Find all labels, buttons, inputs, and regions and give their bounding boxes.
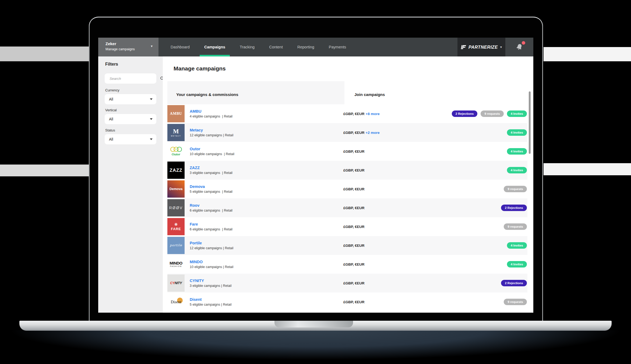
background-bar-right-bottom [544, 163, 631, 175]
filters-sidebar: Filters CurrencyAllVerticalAllStatusAll [98, 56, 163, 313]
vertical-select[interactable]: All [105, 114, 156, 124]
logo-text: FARE [171, 227, 181, 231]
campaign-text: Roov6 eligible campaigns | Retail [190, 203, 232, 212]
currency-select[interactable]: All [105, 94, 156, 104]
campaign-name-link[interactable]: MINDO [190, 260, 233, 264]
campaign-name-link[interactable]: Outor [190, 147, 234, 151]
rejections-badge[interactable]: 2 Rejections [501, 280, 527, 286]
campaign-currencies: £GBP, €EUR+8 more [343, 112, 380, 116]
campaign-badges: 4 Invites [507, 167, 527, 173]
campaign-currencies: £GBP, €EUR [343, 168, 365, 172]
campaign-text: Disent5 eligible campaigns | Retail [190, 297, 231, 306]
requests-badge[interactable]: 9 requests [504, 186, 527, 192]
tab-reporting[interactable]: Reporting [290, 38, 322, 56]
logo-text: MINDO [170, 261, 182, 265]
campaign-name-link[interactable]: AMBU [190, 109, 232, 113]
invites-badge[interactable]: 4 Invites [507, 167, 527, 173]
filter-label: Currency [105, 88, 156, 92]
search-input[interactable] [109, 76, 158, 81]
invites-badge[interactable]: 4 Invites [507, 148, 527, 155]
campaign-row: MINDOFASHIONMINDO10 eligible campaigns |… [167, 255, 527, 274]
rejections-badge[interactable]: 2 Rejections [501, 205, 527, 211]
ring [177, 147, 182, 152]
laptop-shadow [8, 330, 623, 362]
search-box [105, 73, 156, 84]
campaign-name-link[interactable]: ZAZZ [190, 166, 232, 170]
campaign-list: AMBUAMBU4 eligible campaigns | Retail£GB… [167, 104, 527, 311]
campaign-details: 3 eligible campaigns | Retail [190, 284, 231, 288]
page-title: Manage campaigns [174, 65, 226, 72]
logo-subtext: METACY [171, 135, 181, 137]
logo-text-label: Disent [171, 300, 181, 304]
campaign-row: RØØVRoov6 eligible campaigns | Retail£GB… [167, 198, 527, 217]
chevron-down-icon [150, 138, 153, 140]
campaign-row: DisentDisent5 eligible campaigns | Retai… [167, 292, 527, 311]
rejections-badge[interactable]: 2 Rejections [452, 110, 478, 117]
invites-badge[interactable]: 4 Invites [507, 110, 527, 117]
campaign-text: MINDO10 eligible campaigns | Retail [190, 260, 233, 269]
campaign-badges: 9 requests [504, 299, 527, 305]
workspace-switcher[interactable]: Zeker Manage campaigns ▾ [98, 38, 158, 56]
campaign-name-link[interactable]: Disent [190, 297, 231, 302]
campaign-row: ❋FAREFare6 eligible campaigns | Retail£G… [167, 217, 527, 236]
brand-logo-tile: CYNITY [167, 274, 185, 292]
tab-payments[interactable]: Payments [322, 38, 353, 56]
campaign-details: 12 eligible campaigns | Retail [190, 133, 233, 137]
brand-logo-tile: ❋FARE [167, 218, 185, 235]
campaign-row: CYNITYCYNITY3 eligible campaigns | Retai… [167, 274, 527, 292]
tab-content[interactable]: Content [262, 38, 290, 56]
campaign-details: 6 eligible campaigns | Retail [190, 209, 232, 212]
campaign-badges: 4 Invites [507, 129, 527, 136]
invites-badge[interactable]: 4 Invites [507, 261, 527, 267]
filter-group-vertical: VerticalAll [105, 108, 156, 124]
selected-value: All [109, 117, 150, 121]
campaign-currencies: £GBP, €EUR [343, 187, 365, 191]
campaign-currencies: £GBP, €EUR [343, 281, 365, 285]
campaign-name-link[interactable]: Demova [190, 184, 232, 189]
invites-badge[interactable]: 4 Invites [507, 242, 527, 249]
filter-label: Vertical [105, 108, 156, 112]
campaign-name-link[interactable]: Metacy [190, 128, 233, 132]
requests-badge[interactable]: 9 requests [504, 223, 527, 230]
chevron-down-icon: ▾ [500, 45, 502, 49]
campaign-details: 5 eligible campaigns | Retail [190, 190, 232, 194]
brand-logo-tile: portile [167, 237, 185, 254]
vertical-scrollbar[interactable] [529, 91, 531, 154]
logo-text: portile [170, 244, 182, 247]
requests-badge[interactable]: 9 requests [504, 299, 527, 305]
requests-badge[interactable]: 9 requests [481, 110, 504, 117]
logo-text: Disent [171, 300, 181, 304]
invites-badge[interactable]: 4 Invites [507, 129, 527, 136]
campaign-row: ZAZZZAZZ3 eligible campaigns | Retail£GB… [167, 161, 527, 180]
campaign-text: ZAZZ3 eligible campaigns | Retail [190, 166, 232, 175]
logo-text: Demova [170, 187, 183, 191]
partnerize-logo-icon [461, 45, 466, 49]
filters-title: Filters [105, 62, 118, 67]
campaign-text: CYNITY3 eligible campaigns | Retail [190, 279, 231, 288]
campaign-text: Outor10 eligible campaigns | Retail [190, 147, 234, 156]
brand-logo-tile: MINDOFASHION [167, 256, 185, 273]
brand-logo-tile: Disent [167, 293, 185, 311]
campaign-name-link[interactable]: Portile [190, 241, 233, 245]
brand-logo-tile: MMETACY [167, 124, 185, 141]
more-currencies-link[interactable]: +8 more [366, 112, 380, 116]
campaign-name-link[interactable]: CYNITY [190, 279, 231, 283]
campaign-currencies: £GBP, €EUR [343, 300, 365, 304]
status-select[interactable]: All [105, 134, 156, 144]
campaign-text: Metacy12 eligible campaigns | Retail [190, 128, 233, 137]
workspace-name: Zeker [105, 41, 116, 46]
logo-text: CYNITY [170, 281, 182, 285]
more-currencies-link[interactable]: +2 more [366, 131, 380, 135]
notifications-button[interactable] [505, 38, 533, 56]
campaign-name-link[interactable]: Fare [190, 222, 232, 226]
brand-menu[interactable]: PARTNERIZE ▾ [457, 38, 505, 56]
tab-tracking[interactable]: Tracking [232, 38, 262, 56]
brand-logo-text: PARTNERIZE [468, 45, 498, 50]
tab-campaigns[interactable]: Campaigns [197, 38, 232, 56]
campaign-badges: 2 Rejections [501, 280, 527, 286]
logo-subtext: FASHION [170, 266, 182, 267]
campaign-badges: 9 requests [504, 223, 527, 230]
chevron-down-icon: ▾ [151, 44, 153, 48]
tab-dashboard[interactable]: Dashboard [163, 38, 197, 56]
campaign-name-link[interactable]: Roov [190, 203, 232, 208]
